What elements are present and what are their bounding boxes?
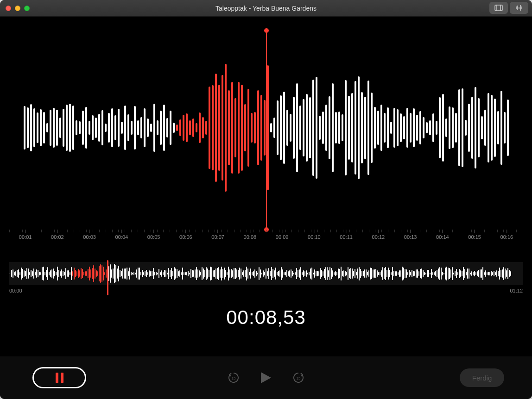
overview-bar [200, 272, 201, 275]
overview-bar [381, 270, 382, 277]
overview-bar [163, 272, 164, 275]
overview-bar [228, 267, 229, 280]
pause-icon [56, 373, 63, 383]
fullscreen-window-button[interactable] [24, 6, 30, 11]
overview-playhead[interactable] [107, 260, 108, 295]
overview-bar [140, 272, 141, 275]
overview-bar [346, 272, 347, 275]
timeline-tick-label: 00:11 [340, 234, 353, 240]
main-waveform-area[interactable] [0, 31, 532, 225]
overview-bar [318, 271, 319, 276]
overview-bar [253, 271, 254, 275]
waveform-bar [429, 120, 431, 135]
overview-area[interactable]: 00:00 01:12 [9, 262, 523, 293]
waveform-bar [468, 104, 470, 152]
overview-bar [222, 269, 223, 279]
overview-bar [332, 270, 333, 277]
overview-bar [203, 268, 204, 278]
overview-bar [388, 268, 389, 280]
overview-bar [88, 269, 89, 279]
playhead[interactable] [266, 31, 267, 230]
timeline-tick-label: 00:16 [500, 234, 513, 240]
overview-bar [452, 267, 453, 280]
waveform-bar [134, 106, 136, 150]
waveform-bar [153, 104, 155, 151]
overview-bar [448, 268, 449, 280]
overview-bar [170, 270, 171, 277]
overview-bar [14, 272, 15, 275]
overview-bar [92, 268, 93, 279]
overview-bar [202, 267, 203, 280]
waveform-bar [124, 106, 126, 150]
waveform-bar [225, 64, 227, 192]
overview-bar [491, 271, 492, 277]
overview-bar [157, 273, 158, 274]
waveform-bar [66, 105, 68, 151]
skip-back-15-button[interactable]: 15 [227, 371, 241, 385]
waveform-bar [241, 85, 243, 171]
overview-bar [149, 270, 150, 276]
overview-bar [469, 268, 469, 279]
trim-button[interactable] [489, 2, 508, 14]
overview-bar [471, 271, 472, 276]
overview-bar [413, 271, 414, 276]
overview-bar [500, 270, 501, 277]
overview-bar [189, 273, 190, 275]
waveform-bar [85, 107, 87, 149]
play-button[interactable] [259, 371, 273, 385]
overview-bar [192, 270, 193, 277]
overview-bar [484, 272, 485, 275]
timeline-tick-label: 00:13 [404, 234, 417, 240]
overview-bar [178, 271, 179, 276]
overview-bar [252, 272, 253, 275]
overview-bar [464, 269, 465, 278]
enhance-button[interactable] [510, 2, 528, 14]
close-window-button[interactable] [6, 6, 11, 11]
overview-bar [238, 270, 239, 277]
overview-bar [427, 270, 428, 278]
overview-bar [17, 270, 18, 277]
overview-bar [264, 272, 265, 276]
timeline-tick: 00:11 [340, 230, 353, 240]
timeline-tick: 00:13 [404, 230, 417, 240]
overview-bar [449, 268, 450, 279]
waveform-bar [53, 108, 55, 147]
overview-bar [416, 269, 417, 278]
overview-bar [409, 270, 410, 277]
overview-bar [278, 271, 279, 277]
waveform-bar [452, 107, 454, 149]
waveform-bar [283, 92, 285, 163]
overview-bar [83, 272, 84, 275]
waveform-bar [50, 110, 51, 146]
overview-start-label: 00:00 [9, 288, 22, 293]
waveform-bar [439, 97, 441, 158]
overview-bar [299, 269, 300, 278]
overview-bar [113, 268, 114, 279]
overview-centerline [9, 274, 10, 285]
skip-forward-15-button[interactable]: 15 [291, 371, 305, 385]
overview-bar [177, 269, 177, 279]
overview-bar [245, 270, 246, 277]
overview-bar [168, 268, 169, 279]
waveform-bar [79, 121, 81, 134]
overview-bar [391, 272, 392, 275]
overview-bar [197, 269, 198, 278]
overview-bar [368, 270, 369, 277]
overview-bar [398, 272, 399, 274]
overview-bar [249, 272, 250, 275]
minimize-window-button[interactable] [15, 6, 20, 11]
record-pause-button[interactable] [32, 367, 86, 388]
overview-bar [118, 266, 119, 282]
overview-bar [363, 271, 364, 277]
waveform-bar [166, 118, 168, 138]
overview-bar [207, 268, 208, 279]
waveform-bar [140, 117, 142, 138]
overview-bar [239, 268, 240, 280]
waveform-bar [108, 113, 110, 143]
waveform-bar [329, 96, 330, 159]
overview-bar [261, 273, 262, 275]
waveform-bar [212, 85, 214, 170]
done-button[interactable]: Ferdig [460, 368, 504, 387]
overview-bar [49, 272, 50, 276]
waveform-bar [390, 122, 392, 133]
